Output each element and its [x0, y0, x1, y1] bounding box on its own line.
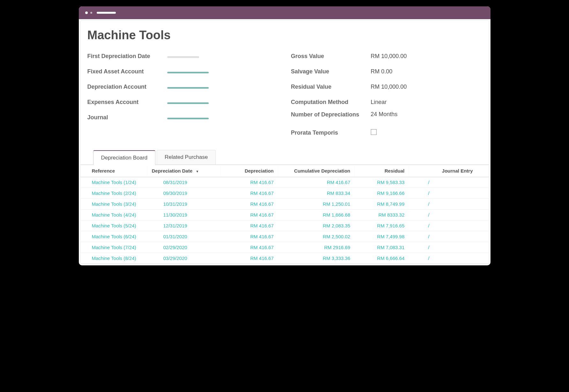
cell-reference[interactable]: Machine Tools (8/24) — [80, 253, 147, 264]
tab-depreciation-board[interactable]: Depreciation Board — [93, 150, 156, 165]
cell-depreciation: RM 416.67 — [221, 242, 278, 253]
field-value-redacted[interactable] — [164, 84, 209, 90]
cell-reference[interactable]: Machine Tools (3/24) — [80, 199, 147, 210]
col-header-journal[interactable]: Journal Entry — [409, 165, 489, 177]
cell-journal-entry[interactable]: / — [409, 220, 489, 231]
cell-reference[interactable]: Machine Tools (2/24) — [80, 188, 147, 199]
cell-journal-entry[interactable]: / — [409, 199, 489, 210]
field-label: Journal — [87, 114, 164, 121]
table-row[interactable]: Machine Tools (1/24)08/31/2019RM 416.67R… — [80, 177, 489, 188]
cell-journal-entry[interactable]: / — [409, 210, 489, 220]
cell-reference[interactable]: Machine Tools (6/24) — [80, 231, 147, 242]
field-label: Number of Depreciations — [291, 111, 368, 118]
cell-date[interactable]: 02/29/2020 — [147, 242, 221, 253]
tab-related-purchase[interactable]: Related Purchase — [157, 150, 216, 165]
cell-date[interactable]: 12/31/2019 — [147, 220, 221, 231]
cell-date[interactable]: 08/31/2019 — [147, 177, 221, 188]
cell-depreciation: RM 416.67 — [221, 199, 278, 210]
window-dot-icon — [85, 11, 88, 14]
cell-date[interactable]: 10/31/2019 — [147, 199, 221, 210]
cell-depreciation: RM 416.67 — [221, 177, 278, 188]
cell-cumulative: RM 416.67 — [278, 177, 355, 188]
field-label: Gross Value — [291, 53, 368, 60]
depreciation-board-table: Reference Depreciation Date ▼ Depreciati… — [80, 165, 489, 264]
cell-cumulative: RM 833.34 — [278, 188, 355, 199]
field-first-depreciation-date: First Depreciation Date — [87, 48, 278, 64]
col-header-cumulative[interactable]: Cumulative Depreciation — [278, 165, 355, 177]
col-header-depreciation[interactable]: Depreciation — [221, 165, 278, 177]
field-computation-method: Computation Method Linear — [291, 94, 482, 110]
field-value: RM 10,000.00 — [368, 84, 407, 90]
window-title-placeholder — [97, 12, 116, 14]
cell-residual: RM 7,499.98 — [355, 231, 409, 242]
window-chrome: Machine Tools First Depreciation Date Fi… — [79, 6, 490, 265]
cell-reference[interactable]: Machine Tools (5/24) — [80, 220, 147, 231]
cell-reference[interactable]: Machine Tools (7/24) — [80, 242, 147, 253]
cell-cumulative: RM 1,666.68 — [278, 210, 355, 220]
field-value-redacted[interactable] — [164, 99, 209, 106]
field-value-redacted[interactable] — [164, 114, 209, 121]
table-header-row: Reference Depreciation Date ▼ Depreciati… — [80, 165, 489, 177]
field-label: Residual Value — [291, 84, 368, 90]
sort-caret-icon: ▼ — [196, 170, 199, 173]
right-column: Gross Value RM 10,000.00 Salvage Value R… — [291, 48, 482, 140]
table-row[interactable]: Machine Tools (5/24)12/31/2019RM 416.67R… — [80, 220, 489, 231]
col-header-reference[interactable]: Reference — [80, 165, 147, 177]
table-row[interactable]: Machine Tools (2/24)09/30/2019RM 416.67R… — [80, 188, 489, 199]
col-header-residual[interactable]: Residual — [355, 165, 409, 177]
cell-residual: RM 8333.32 — [355, 210, 409, 220]
field-value: RM 0.00 — [368, 68, 393, 75]
cell-date[interactable]: 03/29/2020 — [147, 253, 221, 264]
cell-date[interactable]: 11/30/2019 — [147, 210, 221, 220]
cell-reference[interactable]: Machine Tools (1/24) — [80, 177, 147, 188]
table-row[interactable]: Machine Tools (4/24)11/30/2019RM 416.67R… — [80, 210, 489, 220]
cell-journal-entry[interactable]: / — [409, 253, 489, 264]
cell-residual: RM 9,583.33 — [355, 177, 409, 188]
field-label: Expenses Account — [87, 99, 164, 106]
cell-cumulative: RM 1,250.01 — [278, 199, 355, 210]
field-value-redacted[interactable] — [164, 53, 199, 60]
cell-journal-entry[interactable]: / — [409, 231, 489, 242]
tabs-container: Depreciation Board Related Purchase Refe… — [87, 150, 482, 264]
cell-date[interactable]: 01/31/2020 — [147, 231, 221, 242]
cell-journal-entry[interactable]: / — [409, 177, 489, 188]
cell-date[interactable]: 09/30/2019 — [147, 188, 221, 199]
page-content: Machine Tools First Depreciation Date Fi… — [80, 20, 489, 264]
field-salvage-value: Salvage Value RM 0.00 — [291, 64, 482, 79]
table-row[interactable]: Machine Tools (8/24)03/29/2020RM 416.67R… — [80, 253, 489, 264]
cell-depreciation: RM 416.67 — [221, 188, 278, 199]
field-value[interactable]: Linear — [368, 99, 387, 106]
table-row[interactable]: Machine Tools (6/24)01/31/2020RM 416.67R… — [80, 231, 489, 242]
table-row[interactable]: Machine Tools (3/24)10/31/2019RM 416.67R… — [80, 199, 489, 210]
field-label: First Depreciation Date — [87, 53, 164, 60]
page-title: Machine Tools — [87, 28, 482, 42]
field-label: Salvage Value — [291, 68, 368, 75]
cell-cumulative: RM 2916.69 — [278, 242, 355, 253]
cell-journal-entry[interactable]: / — [409, 242, 489, 253]
cell-residual: RM 7,916.65 — [355, 220, 409, 231]
field-gross-value: Gross Value RM 10,000.00 — [291, 48, 482, 64]
field-expenses-account: Expenses Account — [87, 94, 278, 110]
board-table: Reference Depreciation Date ▼ Depreciati… — [80, 165, 489, 264]
cell-residual: RM 7,083.31 — [355, 242, 409, 253]
cell-journal-entry[interactable]: / — [409, 188, 489, 199]
field-label: Fixed Asset Account — [87, 68, 164, 75]
table-row[interactable]: Machine Tools (7/24)02/29/2020RM 416.67R… — [80, 242, 489, 253]
cell-depreciation: RM 416.67 — [221, 210, 278, 220]
cell-residual: RM 6,666.64 — [355, 253, 409, 264]
window-dot-icon — [90, 12, 92, 14]
field-value[interactable]: 24 Months — [368, 111, 398, 118]
cell-depreciation: RM 416.67 — [221, 220, 278, 231]
cell-reference[interactable]: Machine Tools (4/24) — [80, 210, 147, 220]
field-depreciation-account: Depreciation Account — [87, 79, 278, 94]
field-value-redacted[interactable] — [164, 68, 209, 75]
title-bar — [79, 6, 490, 19]
prorata-checkbox[interactable] — [368, 129, 377, 137]
field-label: Prorata Temporis — [291, 129, 368, 136]
col-header-date[interactable]: Depreciation Date ▼ — [147, 165, 221, 177]
col-header-date-text: Depreciation Date — [152, 168, 193, 174]
tabs: Depreciation Board Related Purchase — [87, 150, 482, 165]
field-number-of-depreciations: Number of Depreciations 24 Months — [291, 110, 482, 125]
cell-cumulative: RM 3,333.36 — [278, 253, 355, 264]
cell-residual: RM 9,166.66 — [355, 188, 409, 199]
